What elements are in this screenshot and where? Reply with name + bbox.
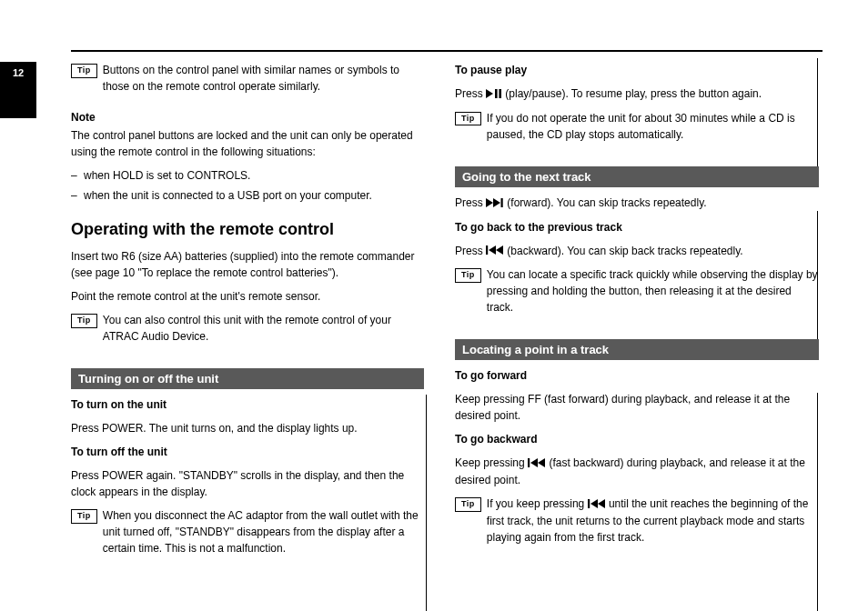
note-label: Note [71, 109, 424, 125]
power-on-heading: To turn on the unit [71, 396, 424, 413]
prev-track-icon [486, 243, 504, 259]
manual-page: { "page_number": "12", "left": { "tip1":… [0, 0, 868, 611]
svg-marker-14 [598, 499, 605, 508]
note-bullet-2: –when the unit is connected to a USB por… [71, 187, 424, 204]
locate-section-title: Locating a point in a track [455, 339, 819, 360]
power-on-body: Press POWER. The unit turns on, and the … [71, 420, 424, 436]
page-number-tab: 12 [0, 62, 36, 118]
note-body: The control panel buttons are locked and… [71, 127, 424, 160]
tip-label: Tip [71, 314, 97, 328]
remote-operating-section: Operating with the remote control Insert… [71, 220, 424, 352]
prev-heading: To go back to the previous track [455, 219, 819, 235]
tip-label: Tip [455, 268, 481, 283]
tip-label: Tip [71, 509, 97, 524]
tip-locate: Tip If you keep pressing until the unit … [455, 496, 819, 553]
svg-marker-10 [530, 458, 538, 467]
prev-body: Press (backward). You can skip back trac… [455, 243, 819, 260]
tip-body: You can locate a specific track quickly … [487, 266, 819, 316]
tip-label: Tip [71, 64, 97, 78]
backward-heading: To go backward [455, 431, 819, 447]
power-section: Turning on or off the unit To turn on th… [71, 368, 424, 564]
fast-backward-icon [528, 456, 546, 472]
pause-body: Press (play/pause). To resume play, pres… [455, 85, 819, 103]
tip-remote-atrac: Tip You can also control this unit with … [71, 312, 424, 352]
page-number: 12 [13, 67, 24, 78]
forward-heading: To go forward [455, 367, 819, 384]
svg-marker-0 [486, 89, 493, 98]
tip-body: If you do not operate the unit for about… [487, 110, 819, 143]
next-section-title: Going to the next track [455, 166, 819, 187]
tip-body: If you keep pressing until the unit reac… [487, 496, 819, 546]
svg-rect-1 [495, 89, 498, 98]
svg-rect-12 [588, 499, 590, 508]
note-bullet-1: –when HOLD is set to CONTROLS. [71, 167, 424, 184]
svg-marker-13 [590, 499, 598, 508]
next-body: Press (forward). You can skip tracks rep… [455, 195, 819, 212]
tip-body: When you disconnect the AC adaptor from … [103, 507, 424, 556]
power-off-body: Press POWER again. "STANDBY" scrolls in … [71, 467, 424, 500]
next-track-icon [486, 195, 504, 212]
tip-standby: Tip When you disconnect the AC adaptor f… [71, 507, 424, 564]
pause-heading: To pause play [455, 62, 819, 78]
note-control-lock: Note The control panel buttons are locke… [71, 109, 424, 204]
right-column: To pause play Press (play/pause). To res… [455, 62, 819, 569]
tip-label: Tip [455, 497, 481, 512]
backward-body: Keep pressing (fast backward) during pla… [455, 455, 819, 488]
power-section-title: Turning on or off the unit [71, 368, 424, 389]
tip-body: Buttons on the control panel with simila… [103, 62, 424, 95]
tip-skip-tracks: Tip You can locate a specific track quic… [455, 266, 819, 323]
power-off-heading: To turn off the unit [71, 444, 424, 460]
svg-marker-4 [493, 198, 500, 207]
svg-rect-6 [486, 245, 488, 255]
remote-p2: Point the remote control at the unit's r… [71, 288, 424, 305]
next-track-section: Going to the next track Press (forward).… [455, 166, 819, 324]
svg-marker-8 [496, 245, 503, 255]
svg-marker-3 [486, 198, 493, 207]
svg-rect-5 [501, 198, 503, 207]
fast-backward-icon [588, 496, 606, 513]
svg-rect-2 [499, 89, 501, 98]
play-pause-icon [486, 86, 502, 103]
pause-section: To pause play Press (play/pause). To res… [455, 62, 819, 150]
tip-cd-pause: Tip If you do not operate the unit for a… [455, 110, 819, 150]
column-divider [426, 395, 427, 611]
tip-buttons-similar: Tip Buttons on the control panel with si… [71, 62, 424, 102]
top-rule [71, 50, 823, 52]
tip-label: Tip [455, 112, 481, 126]
tip-body: You can also control this unit with the … [103, 312, 424, 345]
left-column: Tip Buttons on the control panel with si… [71, 62, 424, 580]
svg-marker-7 [489, 245, 496, 255]
remote-p1: Insert two R6 (size AA) batteries (suppl… [71, 248, 424, 281]
forward-body: Keep pressing FF (fast forward) during p… [455, 391, 819, 424]
svg-marker-11 [538, 458, 545, 467]
locate-point-section: Locating a point in a track To go forwar… [455, 339, 819, 553]
remote-heading: Operating with the remote control [71, 220, 424, 239]
svg-rect-9 [528, 458, 530, 467]
